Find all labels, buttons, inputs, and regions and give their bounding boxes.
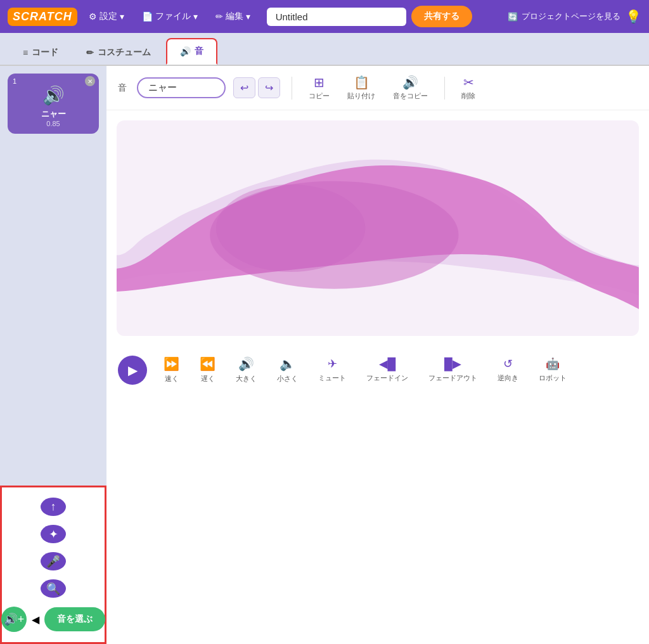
tab-costume[interactable]: ✏ コスチューム	[74, 41, 164, 65]
fade-out-button[interactable]: █▶ フェードアウト	[425, 354, 481, 385]
settings-menu[interactable]: ⚙ 設定 ▾	[82, 7, 131, 26]
playback-bar: ▶ ⏩ 速く ⏪ 遅く 🔊 大きく 🔈 小さく ✈ ミュート	[106, 346, 649, 397]
faster-button[interactable]: ⏩ 速く	[160, 354, 183, 386]
sound-list-item[interactable]: 1 ✕ 🔊 ニャー 0.85	[8, 74, 99, 134]
chevron-down-icon: ▾	[120, 11, 124, 22]
gear-icon: ⚙	[89, 11, 97, 22]
chevron-down-icon: ▾	[246, 11, 250, 22]
code-icon: ≡	[23, 48, 28, 58]
add-sound-fab-button[interactable]: 🔊+	[1, 607, 27, 632]
share-button[interactable]: 共有する	[411, 6, 472, 27]
slower-button[interactable]: ⏪ 遅く	[196, 354, 219, 386]
louder-button[interactable]: 🔊 大きく	[232, 354, 260, 386]
edit-menu[interactable]: ✏ 編集 ▾	[209, 7, 257, 26]
scissors-icon: ✂	[463, 75, 474, 90]
chevron-down-icon: ▾	[193, 11, 198, 22]
left-sidebar: 1 ✕ 🔊 ニャー 0.85 ↑ ✦ 🎤 🔍 🔊+ ◀ 音を選ぶ	[0, 66, 106, 644]
waveform-svg	[117, 120, 639, 336]
sound-item-name: ニャー	[14, 108, 93, 120]
reverse-icon: ↺	[503, 357, 513, 371]
delete-action[interactable]: ✂ 削除	[456, 72, 480, 103]
louder-icon: 🔊	[238, 356, 254, 371]
sound-item-duration: 0.85	[14, 120, 93, 127]
brush-icon: ✏	[86, 48, 94, 58]
sound-name-input[interactable]	[137, 77, 226, 98]
file-icon: 📄	[142, 11, 153, 22]
toolbar-divider-1	[292, 77, 292, 100]
sound-item-close[interactable]: ✕	[85, 76, 95, 86]
scratch-logo: SCRATCH	[8, 8, 77, 26]
tab-code[interactable]: ≡ コード	[10, 41, 71, 65]
speaker-icon: 🔊	[14, 85, 93, 106]
copy-icon: ⊞	[314, 75, 324, 90]
arrow-right-icon: ◀	[32, 614, 39, 626]
file-menu[interactable]: 📄 ファイル ▾	[136, 7, 204, 26]
mute-button[interactable]: ✈ ミュート	[314, 354, 350, 385]
svg-point-1	[216, 184, 365, 272]
sound-item-number: 1	[13, 77, 16, 85]
sound-tab-icon: 🔊	[180, 46, 191, 56]
softer-button[interactable]: 🔈 小さく	[273, 354, 302, 386]
tab-sound[interactable]: 🔊 音	[166, 38, 217, 65]
sound-field-label: 音	[118, 82, 127, 94]
tab-bar: ≡ コード ✏ コスチューム 🔊 音	[0, 33, 649, 66]
reverse-button[interactable]: ↺ 逆向き	[494, 354, 522, 385]
play-button[interactable]: ▶	[118, 356, 147, 385]
robot-icon: 🤖	[546, 357, 560, 371]
pencil-icon: ✏	[215, 11, 223, 22]
play-icon: ▶	[128, 363, 138, 378]
redo-button[interactable]: ↪	[258, 77, 280, 98]
sound-toolbar: 音 ↩ ↪ ⊞ コピー 📋 貼り付け 🔊 音をコピー ✂	[106, 66, 649, 110]
slower-icon: ⏪	[200, 356, 215, 371]
undo-button[interactable]: ↩	[233, 77, 255, 98]
upload-sound-button[interactable]: ↑	[41, 498, 66, 516]
refresh-icon: 🔄	[508, 12, 518, 22]
search-sound-button[interactable]: 🔍	[41, 579, 66, 598]
choose-sound-button[interactable]: 音を選ぶ	[44, 607, 105, 631]
content-area: 音 ↩ ↪ ⊞ コピー 📋 貼り付け 🔊 音をコピー ✂	[106, 66, 649, 644]
project-page-button[interactable]: 🔄 プロジェクトページを見る	[508, 11, 620, 22]
toolbar-divider-2	[444, 77, 445, 100]
project-title-input[interactable]	[267, 8, 406, 26]
softer-icon: 🔈	[280, 356, 295, 371]
top-nav: SCRATCH ⚙ 設定 ▾ 📄 ファイル ▾ ✏ 編集 ▾ 共有する 🔄 プロ…	[0, 0, 649, 33]
waveform-container[interactable]	[117, 120, 639, 336]
choose-sound-row: 🔊+ ◀ 音を選ぶ	[1, 607, 105, 632]
main-layout: 1 ✕ 🔊 ニャー 0.85 ↑ ✦ 🎤 🔍 🔊+ ◀ 音を選ぶ 音 ↩	[0, 66, 649, 644]
paste-icon: 📋	[354, 75, 369, 90]
copy-action[interactable]: ⊞ コピー	[304, 72, 335, 103]
copy-sound-icon: 🔊	[402, 75, 418, 90]
robot-button[interactable]: 🤖 ロボット	[535, 354, 570, 385]
record-sound-button[interactable]: 🎤	[41, 552, 66, 570]
copy-sound-action[interactable]: 🔊 音をコピー	[388, 72, 433, 103]
paste-action[interactable]: 📋 貼り付け	[342, 72, 380, 103]
lightbulb-icon[interactable]: 💡	[626, 9, 641, 24]
faster-icon: ⏩	[164, 356, 179, 371]
undo-redo-group: ↩ ↪	[233, 77, 280, 98]
fade-in-icon: ◀█	[379, 357, 396, 371]
surprise-sound-button[interactable]: ✦	[41, 525, 66, 543]
fade-out-icon: █▶	[444, 357, 461, 371]
mute-icon: ✈	[328, 357, 337, 371]
fade-in-button[interactable]: ◀█ フェードイン	[363, 354, 412, 385]
add-sound-panel: ↑ ✦ 🎤 🔍 🔊+ ◀ 音を選ぶ	[0, 486, 106, 644]
